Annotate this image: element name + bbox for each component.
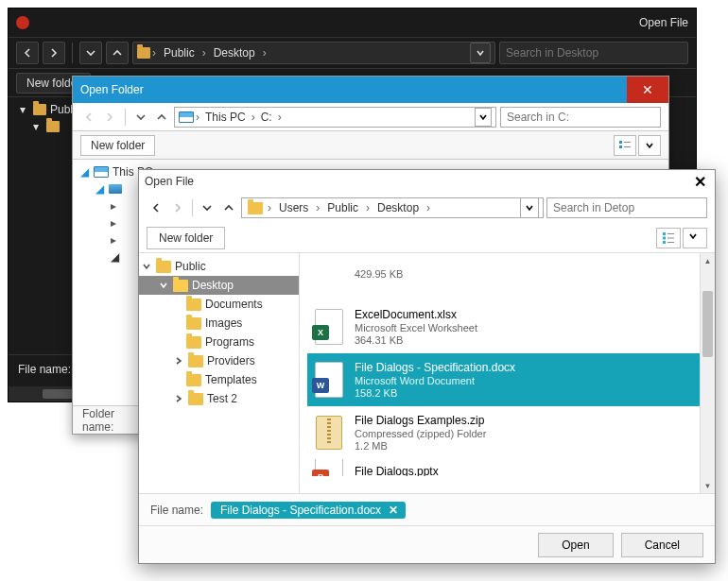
breadcrumb[interactable]: › Users › Public › Desktop › (241, 197, 544, 218)
new-folder-button[interactable]: New folder (147, 227, 225, 249)
file-size: 158.2 KB (355, 387, 515, 399)
expand-toggle[interactable]: ◢ (95, 182, 105, 196)
history-dropdown[interactable] (520, 197, 539, 218)
filename-value: File Dialogs - Specification.docx (220, 504, 381, 517)
tree-item-label: Images (205, 316, 242, 330)
tree-item[interactable]: Documents (139, 295, 299, 314)
view-dropdown[interactable] (638, 135, 661, 156)
up-button[interactable] (106, 42, 129, 64)
open-button[interactable]: Open (538, 533, 613, 557)
close-button[interactable]: ✕ (627, 77, 668, 103)
recent-button[interactable] (198, 197, 217, 218)
expand-toggle[interactable]: ▸ (111, 216, 120, 230)
nav-bar: › Users › Public › Desktop › (139, 193, 715, 223)
close-button[interactable]: ✕ (690, 173, 709, 191)
forward-button[interactable] (101, 109, 118, 126)
expand-toggle[interactable] (175, 357, 184, 365)
tree-item[interactable]: Providers (139, 351, 299, 370)
separator (125, 109, 126, 126)
tree-view[interactable]: Public Desktop Documents Images P (139, 253, 300, 493)
back-button[interactable] (147, 197, 165, 218)
foldername-label: Folder name: (82, 407, 120, 434)
back-button[interactable] (80, 109, 97, 126)
up-button[interactable] (219, 197, 238, 218)
folder-icon (137, 47, 150, 59)
folder-icon (186, 299, 201, 311)
titlebar: Open File ✕ (139, 170, 715, 193)
list-item[interactable]: P File Dialogs.pptx (307, 459, 707, 476)
clear-filename-icon[interactable]: ✕ (389, 504, 398, 517)
chevron-right-icon: › (315, 201, 321, 214)
tree-item[interactable]: Templates (139, 370, 299, 389)
scrollbar-thumb[interactable] (702, 291, 713, 357)
history-dropdown[interactable] (475, 108, 492, 127)
v-scrollbar[interactable]: ▲ ▼ (700, 253, 715, 493)
breadcrumb-segment[interactable]: Public (322, 201, 363, 214)
toolbar: New folder (73, 131, 668, 160)
breadcrumb[interactable]: › Public › Desktop › (132, 42, 495, 64)
chevron-right-icon: › (196, 111, 199, 124)
expand-toggle[interactable]: ◢ (111, 250, 120, 264)
forward-button[interactable] (43, 42, 65, 64)
view-button[interactable] (614, 135, 636, 156)
chevron-right-icon: › (365, 201, 371, 214)
scroll-up-button[interactable]: ▲ (701, 253, 715, 268)
open-file-dialog: Open File ✕ › Users › Public › Desktop ›… (138, 169, 716, 564)
list-item[interactable]: X ExcelDocument.xlsx Microsoft Excel Wor… (307, 300, 707, 353)
zip-file-icon (313, 414, 345, 452)
breadcrumb-segment[interactable]: This PC (201, 111, 250, 124)
chevron-right-icon: › (267, 201, 272, 214)
search-input[interactable] (499, 42, 688, 64)
forward-button[interactable] (168, 197, 187, 218)
file-size: 429.95 KB (355, 268, 403, 280)
chevron-right-icon: › (251, 111, 255, 124)
file-list[interactable]: 429.95 KB X ExcelDocument.xlsx Microsoft… (300, 253, 715, 493)
tree-item-label: Programs (205, 335, 254, 349)
expand-toggle[interactable]: ▾ (20, 103, 29, 116)
breadcrumb-segment[interactable]: Public (158, 46, 200, 60)
tree-item[interactable]: Public (139, 257, 299, 276)
expand-toggle[interactable]: ◢ (80, 165, 90, 179)
search-input[interactable] (546, 197, 707, 218)
expand-toggle[interactable]: ▸ (111, 199, 120, 213)
tree-item-label: Templates (205, 373, 257, 386)
tree-item-selected[interactable]: Desktop (139, 276, 299, 295)
recent-button[interactable] (79, 42, 102, 64)
folder-icon (33, 104, 46, 115)
recent-button[interactable] (132, 109, 149, 126)
view-button[interactable] (656, 228, 681, 248)
history-dropdown[interactable] (470, 43, 491, 63)
tree-item-label: Desktop (192, 279, 234, 292)
list-item-selected[interactable]: W File Dialogs - Specification.docx Micr… (307, 353, 707, 406)
scroll-down-button[interactable]: ▼ (701, 478, 715, 493)
file-size: 364.31 KB (355, 334, 477, 346)
close-button[interactable] (16, 16, 29, 29)
expand-toggle[interactable] (175, 395, 184, 402)
breadcrumb-segment[interactable]: Desktop (373, 201, 424, 214)
cancel-button[interactable]: Cancel (621, 533, 703, 557)
expand-toggle[interactable]: ▾ (33, 120, 43, 133)
folder-icon (188, 355, 203, 367)
list-item[interactable]: File Dialogs Examples.zip Compressed (zi… (307, 406, 707, 459)
expand-toggle[interactable] (143, 263, 152, 270)
list-item[interactable]: 429.95 KB (307, 255, 707, 300)
breadcrumb[interactable]: › This PC › C: › (174, 107, 496, 128)
tree-item[interactable]: Programs (139, 333, 299, 351)
tree-item[interactable]: Test 2 (139, 389, 299, 408)
expand-toggle[interactable]: ▸ (111, 233, 120, 247)
new-folder-button[interactable]: New folder (80, 135, 155, 156)
breadcrumb-segment[interactable]: C: (257, 111, 276, 124)
search-input[interactable] (500, 107, 661, 128)
breadcrumb-segment[interactable]: Desktop (208, 46, 261, 60)
folder-icon (188, 393, 203, 405)
body: Public Desktop Documents Images P (139, 253, 715, 493)
tree-item[interactable]: Images (139, 314, 299, 333)
back-button[interactable] (16, 42, 39, 64)
breadcrumb-segment[interactable]: Users (274, 201, 313, 214)
up-button[interactable] (153, 109, 170, 126)
svg-rect-1 (624, 142, 631, 143)
drive-icon (109, 184, 122, 194)
filename-chip[interactable]: File Dialogs - Specification.docx ✕ (211, 502, 406, 519)
expand-toggle[interactable] (160, 282, 169, 289)
view-dropdown[interactable] (683, 228, 707, 248)
